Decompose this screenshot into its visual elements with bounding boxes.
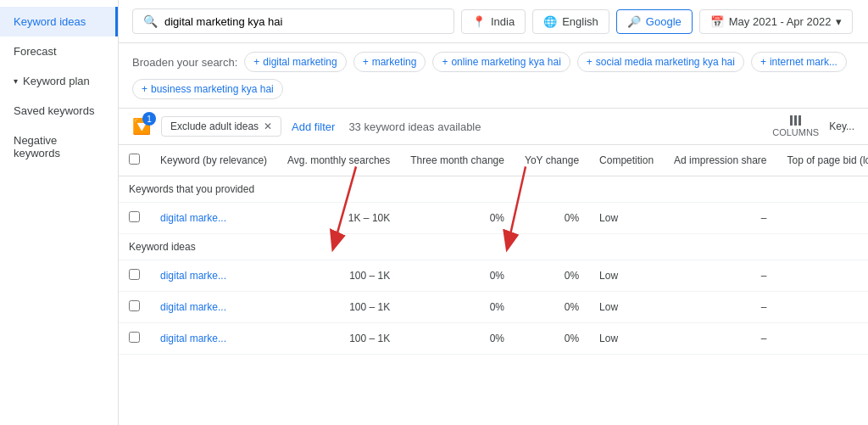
yoy-cell: 0% [515,323,589,355]
sidebar-item-saved-keywords-label: Saved keywords [14,104,94,117]
row-checkbox[interactable] [129,269,140,280]
search-icon: 🔍 [143,14,158,28]
header-competition: Competition [589,145,664,176]
yoy-cell: 0% [515,292,589,323]
header-top-page-low: Top of page bid (low range) [776,145,868,176]
row-checkbox[interactable] [129,300,140,311]
sidebar-item-negative-keywords[interactable]: Negative keywords [0,126,118,168]
keyword-cell: digital marke... [150,323,277,355]
tag-label: digital marketing [263,56,337,68]
avg-monthly-cell: 100 – 1K [277,323,400,355]
row-checkbox[interactable] [129,332,140,343]
competition-cell: Low [589,292,664,323]
location-label: India [491,15,515,28]
top-low-cell: ₹8.05 [776,203,868,234]
calendar-icon: 📅 [710,15,724,28]
row-checkbox[interactable] [129,211,140,222]
tag-internet-mark[interactable]: + internet mark... [751,52,847,72]
top-low-cell: ₹10.10 [776,323,868,355]
top-low-cell: ₹10.05 [776,260,868,292]
table-row: digital marke... 100 – 1K 0% 0% Low – ₹1… [119,323,868,355]
filter-badge: 1 [142,112,156,126]
avg-monthly-cell: 100 – 1K [277,292,400,323]
exclude-adult-tag: Exclude adult ideas ✕ [161,116,281,137]
table-wrapper: Keyword (by relevance) Avg. monthly sear… [119,145,868,425]
columns-icon [790,115,801,126]
section-provided: Keywords that you provided [119,176,868,203]
header-yoy: YoY change [515,145,589,176]
keyword-cell: digital marke... [150,260,277,292]
select-all-checkbox[interactable] [129,154,140,165]
language-filter[interactable]: 🌐 English [532,9,609,34]
competition-cell: Low [589,323,664,355]
three-month-cell: 0% [400,292,515,323]
top-bar: 🔍 📍 India 🌐 English 🔎 Google 📅 May 2021 … [119,0,868,43]
broaden-label: Broaden your search: [132,56,237,69]
tag-marketing[interactable]: + marketing [353,52,426,72]
sidebar: Keyword ideas Forecast ▾ Keyword plan Sa… [0,0,119,425]
date-chevron-icon: ▾ [836,15,842,28]
avg-monthly-cell: 100 – 1K [277,260,400,292]
sidebar-item-forecast[interactable]: Forecast [0,36,118,66]
date-range-label: May 2021 - Apr 2022 [729,15,832,28]
table-row: digital marke... 100 – 1K 0% 0% Low – ₹1… [119,292,868,323]
ad-impression-cell: – [664,260,776,292]
three-month-cell: 0% [400,203,515,234]
header-three-month: Three month change [400,145,515,176]
date-range-picker[interactable]: 📅 May 2021 - Apr 2022 ▾ [699,9,854,34]
main-content: 🔍 📍 India 🌐 English 🔎 Google 📅 May 2021 … [119,0,868,425]
sidebar-item-keyword-ideas-label: Keyword ideas [14,15,86,28]
header-checkbox-cell[interactable] [119,145,150,176]
tag-online-marketing[interactable]: + online marketing kya hai [432,52,570,72]
table-row: digital marke... 1K – 10K 0% 0% Low – ₹8… [119,203,868,234]
location-icon: 📍 [472,15,486,28]
add-filter-button[interactable]: Add filter [292,120,335,133]
plus-icon: + [587,56,593,68]
sidebar-item-negative-keywords-label: Negative keywords [14,134,104,159]
header-ad-impression: Ad impression share [664,145,776,176]
sidebar-item-keyword-plan[interactable]: ▾ Keyword plan [0,66,118,96]
tag-label: business marketing kya hai [151,83,274,95]
filter-bar: 🔽 1 Exclude adult ideas ✕ Add filter 33 … [119,109,868,145]
engine-filter[interactable]: 🔎 Google [616,9,693,34]
competition-cell: Low [589,260,664,292]
row-checkbox-cell[interactable] [119,203,150,234]
tag-digital-marketing[interactable]: + digital marketing [244,52,346,72]
row-checkbox-cell[interactable] [119,292,150,323]
location-filter[interactable]: 📍 India [461,9,526,34]
table-container[interactable]: Keyword (by relevance) Avg. monthly sear… [119,145,868,355]
ad-impression-cell: – [664,292,776,323]
search-box[interactable]: 🔍 [132,8,454,34]
three-month-cell: 0% [400,323,515,355]
exclude-close-button[interactable]: ✕ [264,120,272,132]
ad-impression-cell: – [664,323,776,355]
filter-icon-button[interactable]: 🔽 1 [132,117,151,136]
engine-label: Google [646,15,682,28]
yoy-cell: 0% [515,260,589,292]
chevron-icon: ▾ [14,76,18,86]
row-checkbox-cell[interactable] [119,323,150,355]
engine-icon: 🔎 [627,15,641,28]
tag-social-media-marketing[interactable]: + social media marketing kya hai [577,52,744,72]
keyword-cell: digital marke... [150,292,277,323]
header-avg-monthly: Avg. monthly searches [277,145,400,176]
columns-button[interactable]: COLUMNS [772,115,819,137]
plus-icon: + [142,83,147,95]
broaden-bar: Broaden your search: + digital marketing… [119,43,868,109]
sidebar-item-saved-keywords[interactable]: Saved keywords [0,96,118,126]
row-checkbox-cell[interactable] [119,260,150,292]
tag-label: internet mark... [770,56,837,68]
tag-business-marketing[interactable]: + business marketing kya hai [132,79,283,99]
top-low-cell: ₹11.14 [776,292,868,323]
three-month-cell: 0% [400,260,515,292]
tag-label: online marketing kya hai [451,56,560,68]
translate-icon: 🌐 [543,15,557,28]
keyword-cell: digital marke... [150,203,277,234]
tag-label: social media marketing kya hai [596,56,735,68]
sidebar-item-keyword-ideas[interactable]: Keyword ideas [0,7,118,36]
search-input[interactable] [164,15,443,28]
table-row: digital marke... 100 – 1K 0% 0% Low – ₹1… [119,260,868,292]
competition-cell: Low [589,203,664,234]
table-body: Keywords that you provided digital marke… [119,176,868,355]
plus-icon: + [363,56,369,68]
